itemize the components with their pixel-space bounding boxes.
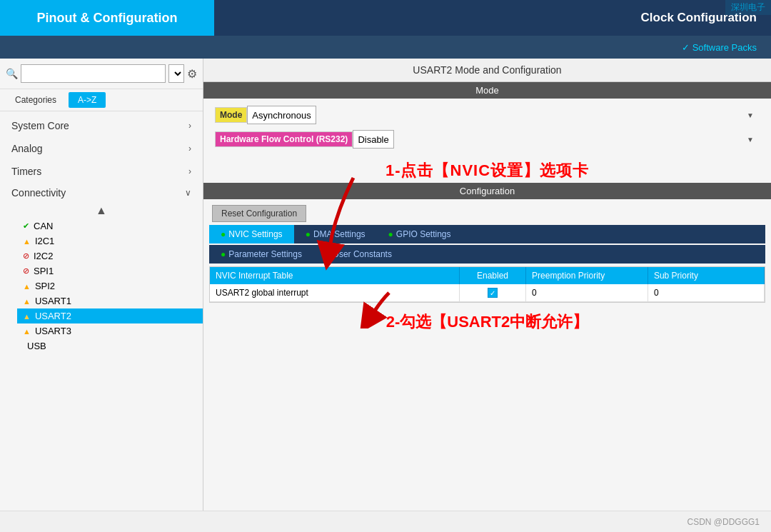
sidebar-item-i2c1[interactable]: ▲ I2C1 bbox=[17, 234, 203, 249]
config-body: Reset Configuration ● NVIC Settings ● DM… bbox=[203, 199, 771, 511]
search-input[interactable] bbox=[21, 64, 166, 83]
config-tabs-row2: ● Parameter Settings ● User Constants bbox=[209, 245, 765, 264]
software-packs-label[interactable]: ✓ Software Packs bbox=[682, 42, 757, 53]
enabled-checkbox[interactable]: ✓ bbox=[488, 288, 498, 298]
table-header-preemption: Preemption Priority bbox=[526, 267, 648, 284]
annotation-2: 2-勾选【USART2中断允许】 bbox=[203, 308, 771, 336]
sidebar-item-spi1[interactable]: ⊘ SPI1 bbox=[17, 264, 203, 278]
sidebar: 🔍 ⚙ Categories A->Z System Core › Analog… bbox=[0, 59, 203, 511]
gear-icon[interactable]: ⚙ bbox=[187, 67, 197, 81]
usart2-label: USART2 bbox=[35, 311, 71, 321]
mode-select[interactable]: Asynchronous bbox=[247, 106, 316, 124]
sidebar-item-analog-label: Analog bbox=[11, 143, 43, 154]
gpio-settings-tab-label: GPIO Settings bbox=[396, 229, 451, 239]
sidebar-items: System Core › Analog › Timers › Connecti… bbox=[0, 111, 203, 511]
sidebar-item-usart2[interactable]: ▲ USART2 bbox=[17, 308, 203, 323]
mode-row: Mode Asynchronous bbox=[215, 106, 760, 124]
can-label: CAN bbox=[34, 221, 53, 231]
tab-parameter-settings[interactable]: ● Parameter Settings bbox=[209, 245, 313, 264]
cancel-icon: ⊘ bbox=[23, 251, 29, 261]
hw-flow-label: Hardware Flow Control (RS232) bbox=[215, 131, 353, 147]
mode-label: Mode bbox=[215, 107, 247, 123]
tab-dma-settings[interactable]: ● DMA Settings bbox=[294, 225, 377, 244]
usb-label: USB bbox=[27, 341, 46, 351]
nvic-table-wrapper: NVIC Interrupt Table Enabled Preemption … bbox=[209, 266, 765, 303]
interrupt-enabled-cell[interactable]: ✓ bbox=[459, 284, 525, 302]
sidebar-item-usb[interactable]: USB bbox=[17, 338, 203, 353]
sidebar-item-i2c2[interactable]: ⊘ I2C2 bbox=[17, 249, 203, 264]
top-nav: Pinout & Configuration Clock Configurati… bbox=[0, 0, 771, 36]
sidebar-item-usart3[interactable]: ▲ USART3 bbox=[17, 323, 203, 338]
clock-config-label: Clock Configuration bbox=[641, 11, 757, 25]
chevron-right-icon: › bbox=[188, 144, 191, 154]
hw-flow-row: Hardware Flow Control (RS232) Disable bbox=[215, 130, 760, 149]
chevron-down-icon: ∨ bbox=[185, 188, 191, 198]
annotation-1: 1-点击【NVIC设置】选项卡 bbox=[203, 156, 771, 183]
table-header-subpriority: Sub Priority bbox=[647, 267, 764, 284]
tab-dot-icon: ● bbox=[306, 229, 311, 239]
sidebar-item-can[interactable]: ✔ CAN bbox=[17, 219, 203, 234]
table-row: USART2 global interrupt ✓ 0 0 bbox=[210, 284, 765, 302]
sidebar-item-usart1[interactable]: ▲ USART1 bbox=[17, 293, 203, 308]
i2c2-label: I2C2 bbox=[34, 251, 53, 261]
hw-flow-select-wrapper: Disable bbox=[353, 130, 760, 149]
tab-az[interactable]: A->Z bbox=[69, 92, 106, 108]
sidebar-tab-row: Categories A->Z bbox=[0, 89, 203, 111]
clock-config-tab[interactable]: Clock Configuration bbox=[214, 0, 771, 36]
mode-fields: Mode Asynchronous Hardware Flow Control … bbox=[203, 99, 771, 156]
tab-user-constants[interactable]: ● User Constants bbox=[313, 245, 403, 264]
subpriority-cell: 0 bbox=[647, 284, 764, 302]
content-area: USART2 Mode and Configuration Mode Mode … bbox=[203, 59, 771, 511]
spi2-label: SPI2 bbox=[35, 281, 55, 291]
sidebar-item-timers[interactable]: Timers › bbox=[0, 160, 203, 183]
tab-nvic-settings[interactable]: ● NVIC Settings bbox=[209, 225, 294, 244]
nvic-area: NVIC Interrupt Table Enabled Preemption … bbox=[203, 264, 771, 336]
warn-icon: ▲ bbox=[23, 312, 31, 321]
cancel-icon: ⊘ bbox=[23, 266, 29, 276]
parameter-settings-tab-label: Parameter Settings bbox=[228, 249, 302, 259]
check-icon: ✔ bbox=[23, 221, 29, 231]
pinout-config-label: Pinout & Configuration bbox=[37, 11, 178, 26]
preemption-cell: 0 bbox=[526, 284, 648, 302]
chevron-right-icon: › bbox=[188, 166, 191, 176]
warn-icon: ▲ bbox=[23, 237, 31, 246]
mode-select-wrapper: Asynchronous bbox=[247, 106, 760, 124]
sidebar-item-system-core[interactable]: System Core › bbox=[0, 114, 203, 137]
sidebar-item-analog[interactable]: Analog › bbox=[0, 137, 203, 160]
table-header-enabled: Enabled bbox=[459, 267, 525, 284]
i2c1-label: I2C1 bbox=[35, 236, 54, 246]
connectivity-items: ✔ CAN ▲ I2C1 ⊘ I2C2 ⊘ SPI1 bbox=[0, 219, 203, 353]
checkbox-wrapper: ✓ bbox=[465, 288, 520, 298]
sidebar-item-connectivity[interactable]: Connectivity ∨ bbox=[0, 183, 203, 203]
sidebar-item-timers-label: Timers bbox=[11, 166, 41, 177]
reset-btn-row: Reset Configuration bbox=[203, 199, 771, 225]
tab-dot-icon: ● bbox=[221, 249, 226, 259]
warn-icon: ▲ bbox=[23, 282, 31, 291]
usart1-label: USART1 bbox=[35, 296, 71, 306]
table-header-name: NVIC Interrupt Table bbox=[210, 267, 459, 284]
dma-settings-tab-label: DMA Settings bbox=[313, 229, 366, 239]
tab-dot-icon: ● bbox=[221, 229, 226, 239]
sidebar-item-connectivity-label: Connectivity bbox=[11, 187, 66, 199]
chevron-right-icon: › bbox=[188, 121, 191, 131]
pinout-config-tab[interactable]: Pinout & Configuration bbox=[0, 0, 214, 36]
content-title: USART2 Mode and Configuration bbox=[203, 59, 771, 82]
sidebar-item-spi2[interactable]: ▲ SPI2 bbox=[17, 278, 203, 293]
warn-icon: ▲ bbox=[23, 297, 31, 306]
spi1-label: SPI1 bbox=[34, 266, 54, 276]
tab-gpio-settings[interactable]: ● GPIO Settings bbox=[377, 225, 463, 244]
search-dropdown[interactable] bbox=[168, 64, 184, 83]
usart3-label: USART3 bbox=[35, 326, 71, 336]
config-section-header: Configuration bbox=[203, 183, 771, 199]
reset-config-button[interactable]: Reset Configuration bbox=[212, 205, 306, 222]
warn-icon: ▲ bbox=[23, 327, 31, 336]
sidebar-item-system-core-label: System Core bbox=[11, 120, 69, 131]
hw-flow-select[interactable]: Disable bbox=[353, 130, 394, 149]
nvic-interrupt-table: NVIC Interrupt Table Enabled Preemption … bbox=[210, 267, 765, 302]
interrupt-name-cell: USART2 global interrupt bbox=[210, 284, 459, 302]
tab-dot-icon: ● bbox=[388, 229, 393, 239]
tab-categories[interactable]: Categories bbox=[6, 92, 66, 108]
main-container: 🔍 ⚙ Categories A->Z System Core › Analog… bbox=[0, 59, 771, 511]
search-icon: 🔍 bbox=[6, 68, 18, 79]
footer: CSDN @DDGGG1 bbox=[0, 511, 771, 532]
